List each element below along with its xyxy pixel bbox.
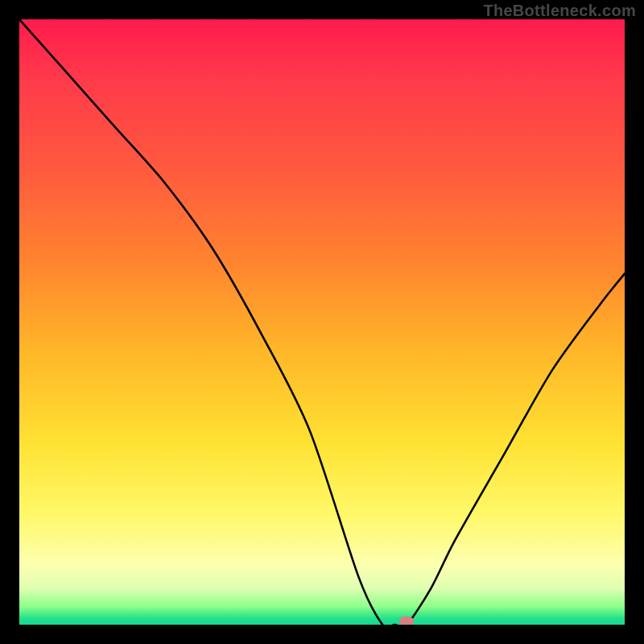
- optimal-point-marker: [399, 617, 414, 625]
- plot-area: [19, 19, 625, 625]
- chart-frame: TheBottleneck.com: [0, 0, 644, 644]
- bottleneck-curve: [19, 19, 625, 625]
- watermark-text: TheBottleneck.com: [483, 2, 636, 20]
